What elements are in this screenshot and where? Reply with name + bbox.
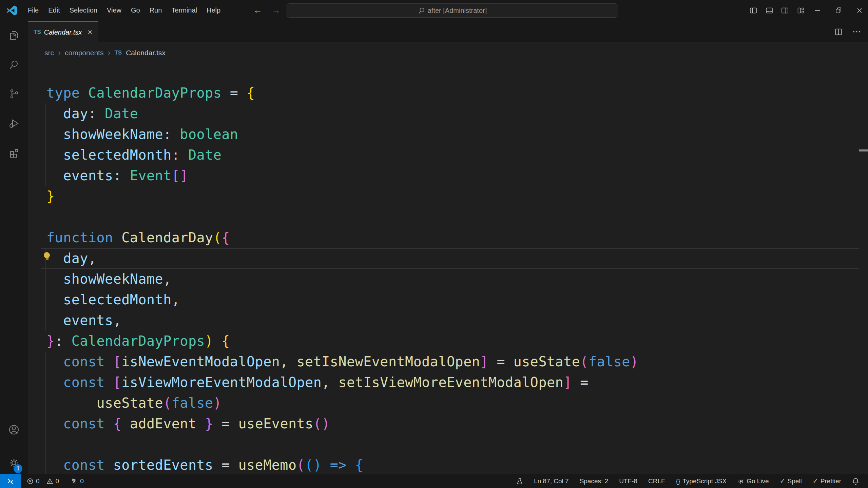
tab-close-icon[interactable]: ×: [88, 29, 92, 36]
language-mode[interactable]: {} TypeScript JSX: [676, 477, 727, 485]
search-icon: [418, 7, 425, 14]
command-center-search[interactable]: after [Administrator]: [287, 3, 618, 18]
code-line: selectedMonth: Date: [46, 145, 221, 165]
menu-item-terminal[interactable]: Terminal: [167, 0, 202, 21]
indent-guide: [45, 103, 45, 186]
remote-indicator[interactable]: [0, 474, 21, 488]
toggle-secondary-sidebar-icon[interactable]: [777, 0, 793, 21]
ports-indicator[interactable]: 0: [71, 477, 84, 485]
code-line: events: Event[]: [46, 165, 188, 186]
braces-icon: {}: [676, 477, 680, 485]
menu-item-view[interactable]: View: [102, 0, 126, 21]
warning-icon: [46, 478, 53, 485]
editor-actions: ⋯: [835, 21, 862, 42]
code-line: showWeekName: boolean: [46, 124, 238, 145]
typescript-file-icon: TS: [114, 49, 122, 56]
code-line: events,: [46, 310, 121, 331]
flask-icon: [516, 478, 523, 485]
code-line: showWeekName,: [46, 269, 172, 289]
code-line: const { addEvent } = useEvents(): [46, 413, 330, 434]
code-line: function CalendarDay({: [46, 227, 230, 248]
tab-label: Calendar.tsx: [44, 28, 82, 36]
accounts-icon[interactable]: [8, 424, 20, 435]
run-debug-icon[interactable]: [8, 118, 20, 129]
code-line: day,: [46, 248, 97, 269]
more-actions-icon[interactable]: ⋯: [852, 26, 862, 37]
split-editor-icon[interactable]: [835, 28, 842, 36]
indent-guide: [45, 351, 45, 474]
source-control-icon[interactable]: [8, 88, 20, 100]
remote-icon: [6, 477, 15, 486]
title-bar: File Edit Selection View Go Run Terminal…: [0, 0, 868, 21]
chevron-right-icon: ›: [108, 48, 110, 58]
prettier-status[interactable]: ✓ Prettier: [813, 477, 841, 485]
code-line: }: CalendarDayProps) {: [46, 331, 230, 351]
broadcast-icon: [737, 478, 744, 485]
code-line: const [isViewMoreEventModalOpen, setIsVi…: [46, 372, 589, 393]
code-line: type CalendarDayProps = {: [46, 83, 255, 103]
tab-bar: TS Calendar.tsx × ⋯: [28, 21, 868, 42]
breadcrumb-item-src[interactable]: src: [44, 49, 54, 57]
problems-warnings[interactable]: 0: [46, 477, 59, 485]
restore-button[interactable]: [831, 0, 846, 21]
vscode-logo-icon: [7, 5, 17, 16]
error-icon: [27, 478, 34, 485]
toggle-panel-icon[interactable]: [761, 0, 777, 21]
menu-item-run[interactable]: Run: [145, 0, 167, 21]
customize-layout-icon[interactable]: [793, 0, 809, 21]
navigate-forward-icon[interactable]: →: [269, 0, 284, 21]
radio-tower-icon: [71, 477, 78, 485]
spell-checker-status[interactable]: ✓ Spell: [780, 477, 802, 485]
go-live-button[interactable]: Go Live: [737, 477, 769, 485]
overview-ruler-cursor-marker: [859, 149, 868, 151]
breadcrumb-item-file[interactable]: Calendar.tsx: [126, 49, 166, 57]
menu-item-file[interactable]: File: [23, 0, 43, 21]
search-query-text: after [Administrator]: [428, 7, 487, 15]
cursor-position[interactable]: Ln 87, Col 7: [534, 477, 568, 485]
vscode-window: File Edit Selection View Go Run Terminal…: [0, 0, 868, 488]
toggle-primary-sidebar-icon[interactable]: [746, 0, 761, 21]
check-icon: ✓: [813, 477, 818, 485]
chevron-right-icon: ›: [58, 48, 61, 58]
status-bar: 0 0 0 Ln 87, Col 7 Spaces: 2 UTF-8 CRLF …: [0, 474, 868, 488]
code-editor[interactable]: type CalendarDayProps = { day: Date show…: [28, 63, 868, 474]
code-line: useState(false): [46, 393, 221, 413]
eol-setting[interactable]: CRLF: [648, 477, 665, 485]
close-window-button[interactable]: [852, 0, 867, 21]
code-line: day: Date: [46, 103, 138, 124]
menu-item-selection[interactable]: Selection: [65, 0, 102, 21]
breadcrumb: src › components › TS Calendar.tsx: [28, 42, 868, 63]
encoding-setting[interactable]: UTF-8: [619, 477, 637, 485]
code-line: const sortedEvents = useMemo(() => {: [46, 455, 363, 474]
overview-ruler[interactable]: [859, 63, 859, 474]
navigate-back-icon[interactable]: ←: [250, 0, 265, 21]
menu-item-go[interactable]: Go: [126, 0, 145, 21]
explorer-icon[interactable]: [8, 29, 20, 41]
indentation-setting[interactable]: Spaces: 2: [580, 477, 609, 485]
menu-bar: File Edit Selection View Go Run Terminal…: [23, 0, 225, 21]
typescript-file-icon: TS: [34, 29, 41, 36]
notifications-bell[interactable]: [852, 477, 859, 485]
code-line: const [isNewEventModalOpen, setIsNewEven…: [46, 351, 638, 372]
check-icon: ✓: [780, 477, 785, 485]
tab-calendar-tsx[interactable]: TS Calendar.tsx ×: [28, 21, 98, 43]
bell-icon: [852, 477, 859, 485]
problems-errors[interactable]: 0: [27, 477, 40, 485]
current-line-highlight: [41, 248, 859, 269]
code-line: selectedMonth,: [46, 289, 180, 310]
search-sidebar-icon[interactable]: [8, 59, 20, 70]
settings-badge: 1: [14, 464, 22, 473]
extensions-icon[interactable]: [8, 147, 20, 159]
code-line: }: [46, 186, 55, 207]
menu-item-edit[interactable]: Edit: [43, 0, 64, 21]
activity-bar: 1: [0, 21, 28, 474]
minimize-button[interactable]: [810, 0, 825, 21]
breadcrumb-item-components[interactable]: components: [65, 49, 103, 57]
flask-indicator[interactable]: [516, 478, 523, 485]
menu-item-help[interactable]: Help: [202, 0, 225, 21]
